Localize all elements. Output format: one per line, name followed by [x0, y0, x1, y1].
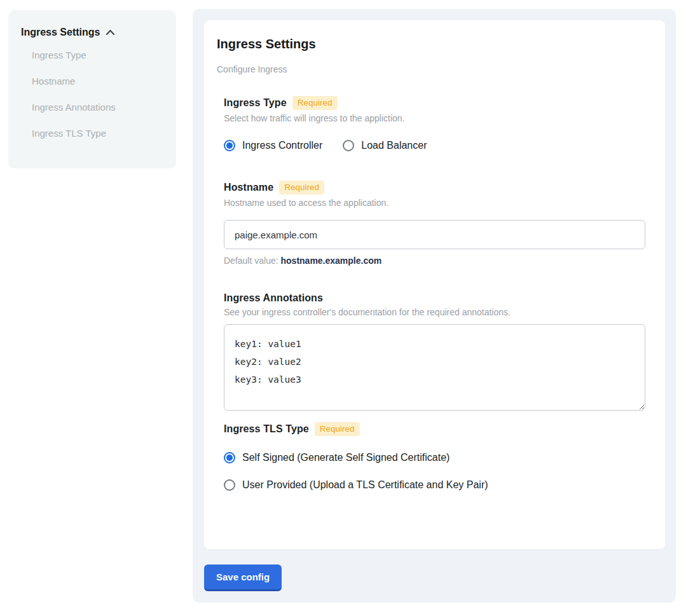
default-value-text: hostname.example.com: [281, 256, 382, 266]
sidebar-section-toggle[interactable]: Ingress Settings: [21, 27, 176, 38]
section-ingress-tls-type: Ingress TLS Type Required Self Signed (G…: [224, 422, 645, 491]
settings-panel: Ingress Settings Configure Ingress Ingre…: [193, 9, 676, 603]
page-title: Ingress Settings: [217, 37, 652, 51]
hostname-default-line: Default value: hostname.example.com: [224, 256, 645, 266]
ingress-tls-type-label: Ingress TLS Type: [224, 423, 309, 435]
section-ingress-type: Ingress Type Required Select how traffic…: [224, 96, 645, 151]
save-config-button[interactable]: Save config: [204, 565, 282, 591]
radio-icon: [224, 452, 235, 463]
section-hostname: Hostname Required Hostname used to acces…: [224, 181, 645, 266]
ingress-annotations-label: Ingress Annotations: [224, 292, 323, 304]
sidebar-item-ingress-annotations[interactable]: Ingress Annotations: [32, 102, 176, 113]
radio-self-signed[interactable]: Self Signed (Generate Self Signed Certif…: [224, 452, 645, 463]
ingress-annotations-textarea[interactable]: key1: value1 key2: value2 key3: value3: [224, 324, 645, 411]
sidebar-item-ingress-type[interactable]: Ingress Type: [32, 50, 176, 60]
default-value-prefix: Default value:: [224, 256, 281, 266]
ingress-type-label: Ingress Type: [224, 97, 287, 109]
required-badge: Required: [292, 96, 338, 110]
sidebar-section-title: Ingress Settings: [21, 27, 100, 38]
ingress-tls-radio-group: Self Signed (Generate Self Signed Certif…: [224, 452, 645, 491]
radio-icon: [343, 140, 354, 151]
required-badge: Required: [315, 422, 360, 436]
hostname-help: Hostname used to access the application.: [224, 198, 645, 208]
ingress-type-help: Select how traffic will ingress to the a…: [224, 113, 645, 123]
radio-user-provided[interactable]: User Provided (Upload a TLS Certificate …: [224, 479, 645, 491]
sidebar-item-ingress-tls-type[interactable]: Ingress TLS Type: [32, 128, 176, 139]
ingress-type-radio-group: Ingress Controller Load Balancer: [224, 140, 645, 151]
sidebar-item-list: Ingress Type Hostname Ingress Annotation…: [32, 50, 176, 139]
radio-ingress-controller[interactable]: Ingress Controller: [224, 140, 322, 151]
hostname-input[interactable]: [224, 220, 645, 249]
radio-icon: [224, 140, 235, 151]
radio-load-balancer[interactable]: Load Balancer: [343, 140, 427, 151]
ingress-annotations-help: See your ingress controller's documentat…: [224, 307, 645, 317]
section-ingress-annotations: Ingress Annotations See your ingress con…: [224, 292, 645, 411]
hostname-label: Hostname: [224, 182, 273, 193]
page-subtitle: Configure Ingress: [217, 64, 652, 74]
form-sections: Ingress Type Required Select how traffic…: [224, 96, 645, 491]
ingress-settings-card: Ingress Settings Configure Ingress Ingre…: [204, 20, 665, 549]
chevron-up-icon: [106, 29, 115, 36]
radio-icon: [224, 479, 235, 491]
sidebar-item-hostname[interactable]: Hostname: [32, 76, 176, 86]
required-badge: Required: [279, 181, 324, 195]
settings-sidebar: Ingress Settings Ingress Type Hostname I…: [8, 10, 176, 168]
